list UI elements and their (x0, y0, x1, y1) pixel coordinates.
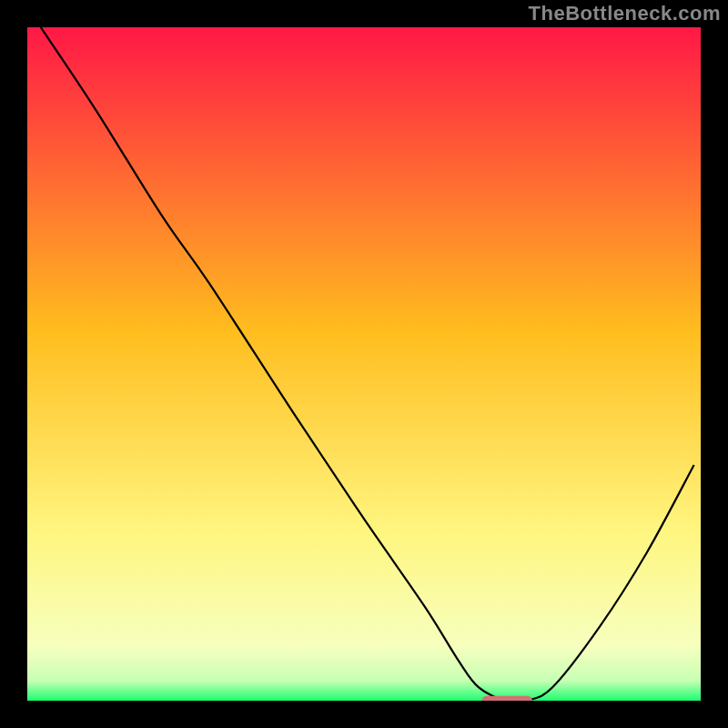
chart-container: TheBottleneck.com (0, 0, 728, 728)
bottleneck-chart (27, 27, 701, 701)
optimal-marker (482, 696, 533, 701)
chart-background (27, 27, 701, 701)
watermark-text: TheBottleneck.com (529, 2, 721, 25)
